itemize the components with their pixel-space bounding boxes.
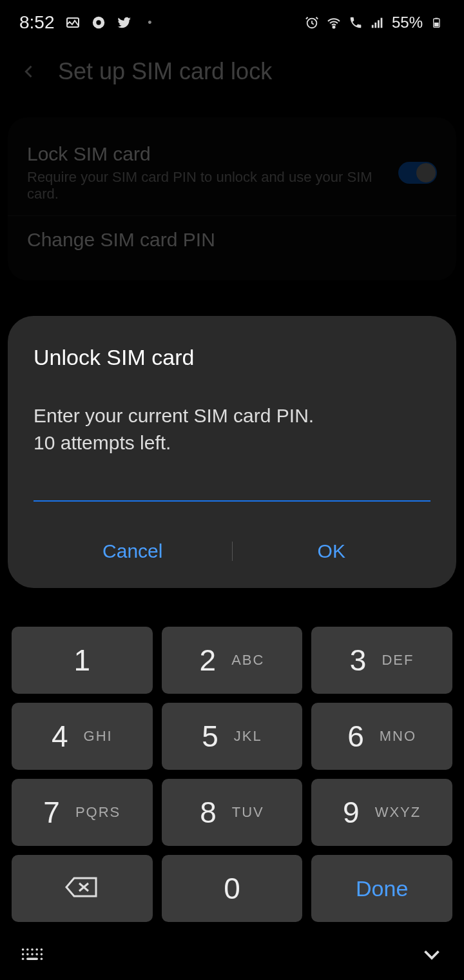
screen-header: Set up SIM card lock xyxy=(0,45,464,98)
key-letters: MNO xyxy=(380,728,416,745)
key-digit: 9 xyxy=(343,795,360,830)
battery-icon xyxy=(429,15,445,30)
key-7[interactable]: 7 PQRS xyxy=(12,779,153,846)
svg-point-16 xyxy=(41,948,43,951)
key-digit: 1 xyxy=(74,643,91,678)
svg-point-14 xyxy=(31,948,34,951)
settings-card: Lock SIM card Require your SIM card PIN … xyxy=(8,117,456,280)
alarm-icon xyxy=(304,15,320,30)
svg-point-22 xyxy=(22,957,24,960)
collapse-keyboard-icon[interactable] xyxy=(419,945,445,964)
pin-input[interactable] xyxy=(34,476,430,502)
picture-icon xyxy=(65,15,81,30)
nav-bar xyxy=(0,928,464,980)
key-8[interactable]: 8 TUV xyxy=(162,779,303,846)
call-icon xyxy=(348,15,363,30)
dialog-message: Enter your current SIM card PIN. 10 atte… xyxy=(34,402,430,456)
svg-point-13 xyxy=(26,948,29,951)
dialog-actions: Cancel OK xyxy=(34,534,430,569)
wifi-icon xyxy=(326,15,342,30)
keyboard-switch-icon[interactable] xyxy=(19,945,45,964)
key-4[interactable]: 4 GHI xyxy=(12,703,153,770)
key-digit: 7 xyxy=(43,795,60,830)
key-digit: 5 xyxy=(202,719,218,754)
key-3[interactable]: 3 DEF xyxy=(311,627,452,694)
svg-rect-10 xyxy=(435,18,438,19)
back-icon[interactable] xyxy=(19,62,39,81)
key-letters: PQRS xyxy=(75,804,121,821)
cancel-button[interactable]: Cancel xyxy=(34,534,232,569)
key-letters: TUV xyxy=(232,804,264,821)
svg-point-24 xyxy=(41,957,43,960)
svg-point-18 xyxy=(26,953,29,956)
key-digit: 0 xyxy=(224,871,240,906)
svg-rect-11 xyxy=(434,23,439,26)
numeric-keypad: 1 2 ABC 3 DEF 4 GHI 5 JKL 6 MNO 7 PQRS 8… xyxy=(12,627,452,922)
svg-rect-6 xyxy=(374,23,376,28)
page-title: Set up SIM card lock xyxy=(58,58,272,85)
twitter-icon xyxy=(117,15,132,30)
done-label: Done xyxy=(356,876,408,901)
svg-point-19 xyxy=(31,953,34,956)
backspace-icon xyxy=(65,876,99,901)
key-letters: GHI xyxy=(84,728,113,745)
status-bar: 8:52 • 55% xyxy=(0,0,464,45)
setting-lock-sim-subtitle: Require your SIM card PIN to unlock and … xyxy=(27,169,398,202)
dot-icon: • xyxy=(142,15,158,30)
key-1[interactable]: 1 xyxy=(12,627,153,694)
unlock-sim-dialog: Unlock SIM card Enter your current SIM c… xyxy=(8,316,456,588)
key-backspace[interactable] xyxy=(12,855,153,922)
key-6[interactable]: 6 MNO xyxy=(311,703,452,770)
svg-point-12 xyxy=(22,948,24,951)
key-0[interactable]: 0 xyxy=(162,855,303,922)
dialog-title: Unlock SIM card xyxy=(34,345,430,370)
key-digit: 4 xyxy=(52,719,68,754)
status-time: 8:52 xyxy=(19,12,55,33)
key-letters: WXYZ xyxy=(375,804,421,821)
key-5[interactable]: 5 JKL xyxy=(162,703,303,770)
key-letters: ABC xyxy=(231,652,264,669)
key-done[interactable]: Done xyxy=(311,855,452,922)
svg-rect-8 xyxy=(381,18,383,28)
dialog-message-line1: Enter your current SIM card PIN. xyxy=(34,402,430,429)
dialog-message-line2: 10 attempts left. xyxy=(34,429,430,456)
key-digit: 3 xyxy=(350,643,367,678)
lock-sim-toggle[interactable] xyxy=(398,162,437,184)
svg-point-2 xyxy=(96,20,101,24)
key-letters: DEF xyxy=(382,652,414,669)
svg-point-17 xyxy=(22,953,24,956)
key-2[interactable]: 2 ABC xyxy=(162,627,303,694)
key-digit: 2 xyxy=(200,643,217,678)
key-9[interactable]: 9 WXYZ xyxy=(311,779,452,846)
svg-rect-23 xyxy=(26,957,38,960)
setting-lock-sim[interactable]: Lock SIM card Require your SIM card PIN … xyxy=(8,130,456,216)
svg-point-20 xyxy=(35,953,38,956)
status-left: 8:52 • xyxy=(19,12,158,33)
location-icon xyxy=(91,15,106,30)
svg-rect-7 xyxy=(378,20,380,28)
key-letters: JKL xyxy=(234,728,262,745)
svg-point-4 xyxy=(333,26,334,28)
status-right: 55% xyxy=(304,14,445,32)
svg-point-21 xyxy=(41,953,43,956)
signal-icon xyxy=(370,15,385,30)
svg-point-15 xyxy=(35,948,38,951)
setting-lock-sim-title: Lock SIM card xyxy=(27,143,398,165)
key-digit: 6 xyxy=(347,719,364,754)
setting-change-pin[interactable]: Change SIM card PIN xyxy=(8,216,456,268)
setting-change-pin-title: Change SIM card PIN xyxy=(27,229,215,251)
battery-percent: 55% xyxy=(392,14,423,32)
ok-button[interactable]: OK xyxy=(233,534,431,569)
svg-rect-5 xyxy=(372,25,374,28)
key-digit: 8 xyxy=(200,795,217,830)
